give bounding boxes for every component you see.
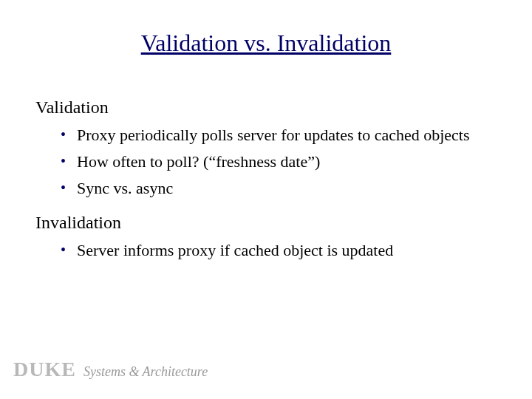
footer: DUKE Systems & Architecture [13, 358, 208, 381]
bullet-list: Server informs proxy if cached object is… [35, 239, 502, 262]
slide-body: Validation Proxy periodically polls serv… [35, 95, 502, 273]
brand-logo: DUKE [13, 358, 76, 381]
slide-title: Validation vs. Invalidation [0, 30, 532, 57]
bullet-item: Sync vs. async [35, 177, 502, 200]
section-heading: Validation [35, 95, 502, 120]
bullet-item: Proxy periodically polls server for upda… [35, 123, 502, 147]
slide: Validation vs. Invalidation Validation P… [0, 0, 532, 399]
bullet-item: How often to poll? (“freshness date”) [35, 150, 502, 174]
brand-tagline: Systems & Architecture [83, 364, 208, 380]
section-heading: Invalidation [35, 210, 502, 236]
bullet-list: Proxy periodically polls server for upda… [35, 123, 502, 200]
bullet-item: Server informs proxy if cached object is… [35, 239, 502, 262]
